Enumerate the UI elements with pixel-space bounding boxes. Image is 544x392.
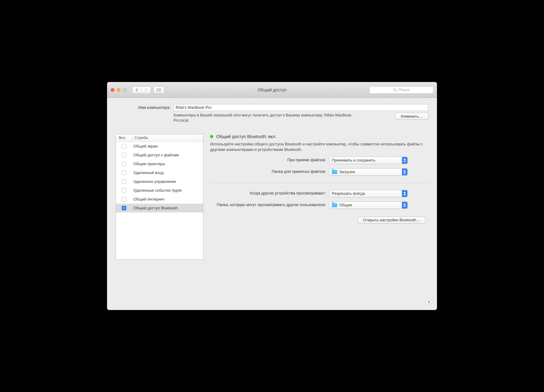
- edit-hostname-button[interactable]: Изменить…: [395, 113, 428, 119]
- service-row[interactable]: Общий экран: [116, 142, 203, 151]
- popup-browse-folder[interactable]: Общие: [329, 201, 408, 209]
- minimize-button[interactable]: [117, 88, 120, 92]
- popup-receive-action[interactable]: Принимать и сохранять: [329, 157, 408, 164]
- stepper-icon: [402, 190, 407, 197]
- zoom-button[interactable]: [123, 88, 127, 92]
- computer-name-label: Имя компьютера:: [116, 105, 170, 110]
- show-all-prefs-button[interactable]: [153, 86, 164, 94]
- search-icon: [393, 88, 397, 92]
- grid-icon: [157, 88, 161, 91]
- popup-browse-action[interactable]: Разрешать всегда: [329, 190, 408, 197]
- label-browse: Когда другие устройства просматривают:: [210, 191, 326, 196]
- body: Имя компьютера: Компьютеры в Вашей локал…: [107, 98, 437, 310]
- service-row[interactable]: Удаленное управление: [116, 177, 203, 186]
- folder-icon: [332, 203, 337, 207]
- status-row: Общий доступ Bluetooth: вкл.: [210, 134, 428, 139]
- service-label: Общие принтеры: [132, 162, 203, 166]
- service-label: Удаленное управление: [132, 179, 203, 184]
- close-button[interactable]: [111, 88, 114, 92]
- service-table-header: Вкл. Служба: [116, 134, 203, 142]
- popup-value: Загрузки: [339, 169, 355, 174]
- titlebar: Общий доступ Поиск: [107, 82, 437, 98]
- back-button[interactable]: [132, 87, 141, 93]
- service-label: Общий доступ к файлам: [132, 153, 203, 157]
- service-label: Общий экран: [132, 144, 203, 148]
- svg-line-1: [395, 91, 396, 91]
- col-service[interactable]: Служба: [132, 134, 203, 141]
- service-checkbox[interactable]: [122, 153, 126, 157]
- service-checkbox[interactable]: [122, 179, 126, 184]
- service-checkbox[interactable]: [122, 170, 126, 175]
- label-receive: При приеме файлов:: [210, 158, 326, 163]
- computer-name-hint: Компьютеры в Вашей локальной сети могут …: [174, 113, 360, 123]
- sharing-prefs-window: Общий доступ Поиск Имя компьютера: Компь…: [107, 82, 437, 310]
- panel-description: Используйте настройки общего доступа Blu…: [210, 141, 428, 152]
- computer-name-row: Имя компьютера:: [116, 104, 428, 111]
- popup-value: Общие: [339, 203, 352, 207]
- service-row[interactable]: Общие принтеры: [116, 159, 203, 168]
- label-receive-folder: Папка для принятых файлов:: [210, 169, 326, 174]
- col-on[interactable]: Вкл.: [116, 134, 132, 141]
- service-row[interactable]: Удаленный вход: [116, 168, 203, 177]
- service-label: Общий доступ Bluetooth: [132, 206, 203, 210]
- computer-name-input[interactable]: [174, 104, 428, 111]
- row-browse-action: Когда другие устройства просматривают: Р…: [210, 190, 428, 197]
- nav-back-forward: [132, 86, 151, 94]
- stepper-icon: [402, 202, 407, 208]
- stepper-icon: [402, 169, 407, 175]
- service-checkbox[interactable]: [122, 206, 126, 210]
- detail-panel: Общий доступ Bluetooth: вкл. Используйте…: [210, 134, 428, 306]
- service-row[interactable]: Удаленные события Apple: [116, 186, 203, 195]
- row-receive-action: При приеме файлов: Принимать и сохранять: [210, 157, 428, 164]
- folder-icon: [332, 170, 337, 174]
- traffic-lights: [111, 88, 127, 92]
- service-table: Вкл. Служба Общий экран Общий доступ к ф…: [116, 134, 203, 260]
- label-browse-folder: Папка, которую могут просматривать други…: [210, 202, 326, 208]
- service-row[interactable]: Общий Интернет: [116, 195, 203, 204]
- service-checkbox[interactable]: [122, 197, 126, 201]
- service-label: Удаленный вход: [132, 170, 203, 175]
- service-label: Удаленные события Apple: [132, 188, 203, 193]
- separator: [210, 183, 428, 183]
- forward-button[interactable]: [141, 87, 151, 93]
- stepper-icon: [402, 157, 407, 164]
- row-browse-folder: Папка, которую могут просматривать други…: [210, 201, 428, 209]
- search-field[interactable]: Поиск: [369, 86, 433, 94]
- service-checkbox[interactable]: [122, 144, 126, 148]
- popup-value: Разрешать всегда: [332, 191, 365, 196]
- popup-value: Принимать и сохранять: [332, 158, 375, 162]
- service-checkbox[interactable]: [122, 188, 126, 193]
- service-label: Общий Интернет: [132, 197, 203, 201]
- open-bluetooth-settings-button[interactable]: Открыть настройки Bluetooth…: [358, 217, 425, 223]
- search-placeholder: Поиск: [399, 87, 410, 92]
- service-row[interactable]: Общий доступ к файлам: [116, 151, 203, 159]
- help-button[interactable]: ?: [425, 299, 432, 306]
- row-receive-folder: Папка для принятых файлов: Загрузки: [210, 168, 428, 176]
- service-checkbox[interactable]: [122, 162, 126, 166]
- popup-receive-folder[interactable]: Загрузки: [329, 168, 408, 176]
- help-icon: ?: [428, 300, 430, 305]
- service-row[interactable]: Общий доступ Bluetooth: [116, 204, 203, 212]
- status-title: Общий доступ Bluetooth: вкл.: [216, 134, 276, 139]
- status-dot-icon: [210, 135, 213, 138]
